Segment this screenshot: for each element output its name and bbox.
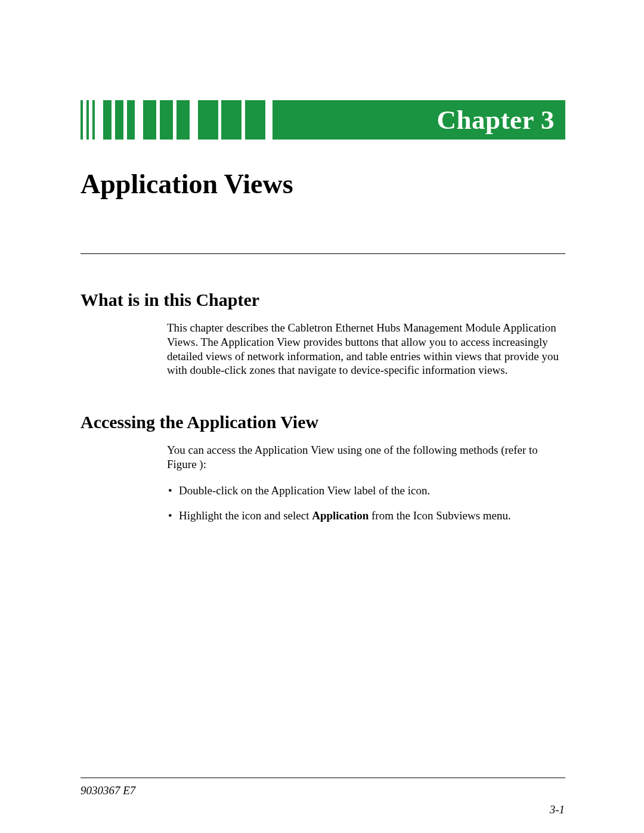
section-heading-accessing: Accessing the Application View	[80, 412, 569, 432]
footer-rule	[80, 778, 565, 778]
footer-page-number: 3-1	[550, 803, 565, 816]
bullet-text-post: from the Icon Subviews menu.	[369, 509, 511, 522]
chapter-label: Chapter 3	[437, 104, 555, 135]
chapter-title: Application Views	[80, 168, 569, 200]
section-heading-what-is-in: What is in this Chapter	[80, 290, 569, 310]
section-body-what-is-in: This chapter describes the Cabletron Eth…	[167, 321, 565, 377]
document-page: Chapter 3 Application Views What is in t…	[80, 0, 569, 833]
footer-doc-id: 9030367 E7	[80, 784, 135, 797]
section-intro-accessing: You can access the Application View usin…	[167, 443, 565, 472]
bullet-list: Double-click on the Application View lab…	[179, 484, 565, 524]
bullet-text: Double-click on the Application View lab…	[179, 484, 430, 497]
chapter-label-block: Chapter 3	[273, 100, 565, 140]
bullet-text-bold: Application	[312, 509, 369, 522]
chapter-banner: Chapter 3	[80, 100, 565, 140]
title-rule	[80, 253, 565, 254]
list-item: Highlight the icon and select Applicatio…	[179, 509, 565, 524]
barcode-graphic	[80, 100, 265, 140]
list-item: Double-click on the Application View lab…	[179, 484, 565, 498]
bullet-text-pre: Highlight the icon and select	[179, 509, 312, 522]
